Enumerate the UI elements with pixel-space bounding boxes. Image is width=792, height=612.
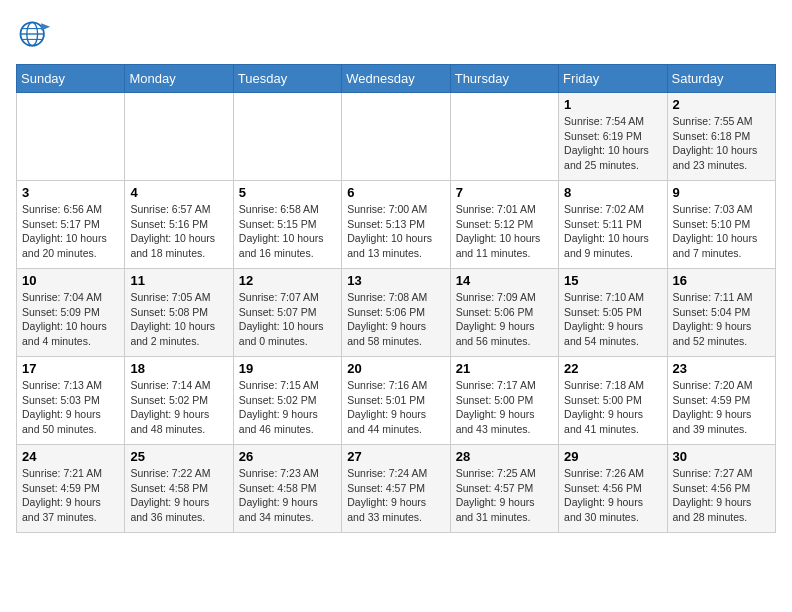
calendar-cell: 6Sunrise: 7:00 AM Sunset: 5:13 PM Daylig… xyxy=(342,181,450,269)
day-number: 3 xyxy=(22,185,119,200)
day-info: Sunrise: 6:58 AM Sunset: 5:15 PM Dayligh… xyxy=(239,202,336,261)
calendar-cell: 5Sunrise: 6:58 AM Sunset: 5:15 PM Daylig… xyxy=(233,181,341,269)
day-info: Sunrise: 7:55 AM Sunset: 6:18 PM Dayligh… xyxy=(673,114,770,173)
calendar-cell: 7Sunrise: 7:01 AM Sunset: 5:12 PM Daylig… xyxy=(450,181,558,269)
day-info: Sunrise: 7:16 AM Sunset: 5:01 PM Dayligh… xyxy=(347,378,444,437)
header-day: Tuesday xyxy=(233,65,341,93)
header-day: Friday xyxy=(559,65,667,93)
day-number: 13 xyxy=(347,273,444,288)
day-info: Sunrise: 7:27 AM Sunset: 4:56 PM Dayligh… xyxy=(673,466,770,525)
calendar-cell: 19Sunrise: 7:15 AM Sunset: 5:02 PM Dayli… xyxy=(233,357,341,445)
day-info: Sunrise: 7:09 AM Sunset: 5:06 PM Dayligh… xyxy=(456,290,553,349)
calendar-body: 1Sunrise: 7:54 AM Sunset: 6:19 PM Daylig… xyxy=(17,93,776,533)
day-number: 18 xyxy=(130,361,227,376)
day-number: 22 xyxy=(564,361,661,376)
day-info: Sunrise: 7:13 AM Sunset: 5:03 PM Dayligh… xyxy=(22,378,119,437)
calendar-week-row: 3Sunrise: 6:56 AM Sunset: 5:17 PM Daylig… xyxy=(17,181,776,269)
day-number: 28 xyxy=(456,449,553,464)
day-info: Sunrise: 7:26 AM Sunset: 4:56 PM Dayligh… xyxy=(564,466,661,525)
calendar-cell: 26Sunrise: 7:23 AM Sunset: 4:58 PM Dayli… xyxy=(233,445,341,533)
day-number: 11 xyxy=(130,273,227,288)
calendar-cell: 10Sunrise: 7:04 AM Sunset: 5:09 PM Dayli… xyxy=(17,269,125,357)
day-info: Sunrise: 7:10 AM Sunset: 5:05 PM Dayligh… xyxy=(564,290,661,349)
calendar-cell xyxy=(233,93,341,181)
day-number: 10 xyxy=(22,273,119,288)
calendar-week-row: 17Sunrise: 7:13 AM Sunset: 5:03 PM Dayli… xyxy=(17,357,776,445)
calendar-cell: 27Sunrise: 7:24 AM Sunset: 4:57 PM Dayli… xyxy=(342,445,450,533)
day-number: 9 xyxy=(673,185,770,200)
calendar-cell: 30Sunrise: 7:27 AM Sunset: 4:56 PM Dayli… xyxy=(667,445,775,533)
day-number: 8 xyxy=(564,185,661,200)
day-info: Sunrise: 7:54 AM Sunset: 6:19 PM Dayligh… xyxy=(564,114,661,173)
header-day: Monday xyxy=(125,65,233,93)
calendar-cell: 11Sunrise: 7:05 AM Sunset: 5:08 PM Dayli… xyxy=(125,269,233,357)
day-info: Sunrise: 7:00 AM Sunset: 5:13 PM Dayligh… xyxy=(347,202,444,261)
day-info: Sunrise: 7:18 AM Sunset: 5:00 PM Dayligh… xyxy=(564,378,661,437)
header-row: SundayMondayTuesdayWednesdayThursdayFrid… xyxy=(17,65,776,93)
day-number: 21 xyxy=(456,361,553,376)
day-number: 1 xyxy=(564,97,661,112)
calendar-cell xyxy=(450,93,558,181)
logo-icon xyxy=(16,16,52,52)
calendar-cell xyxy=(125,93,233,181)
day-info: Sunrise: 7:20 AM Sunset: 4:59 PM Dayligh… xyxy=(673,378,770,437)
day-info: Sunrise: 7:23 AM Sunset: 4:58 PM Dayligh… xyxy=(239,466,336,525)
day-info: Sunrise: 7:21 AM Sunset: 4:59 PM Dayligh… xyxy=(22,466,119,525)
day-info: Sunrise: 7:11 AM Sunset: 5:04 PM Dayligh… xyxy=(673,290,770,349)
day-number: 15 xyxy=(564,273,661,288)
day-number: 20 xyxy=(347,361,444,376)
calendar-cell: 8Sunrise: 7:02 AM Sunset: 5:11 PM Daylig… xyxy=(559,181,667,269)
day-number: 27 xyxy=(347,449,444,464)
day-number: 2 xyxy=(673,97,770,112)
day-info: Sunrise: 6:56 AM Sunset: 5:17 PM Dayligh… xyxy=(22,202,119,261)
calendar-header: SundayMondayTuesdayWednesdayThursdayFrid… xyxy=(17,65,776,93)
calendar-week-row: 10Sunrise: 7:04 AM Sunset: 5:09 PM Dayli… xyxy=(17,269,776,357)
header-day: Wednesday xyxy=(342,65,450,93)
calendar-week-row: 24Sunrise: 7:21 AM Sunset: 4:59 PM Dayli… xyxy=(17,445,776,533)
day-number: 4 xyxy=(130,185,227,200)
day-info: Sunrise: 7:02 AM Sunset: 5:11 PM Dayligh… xyxy=(564,202,661,261)
header-day: Saturday xyxy=(667,65,775,93)
logo xyxy=(16,16,58,52)
calendar-cell: 25Sunrise: 7:22 AM Sunset: 4:58 PM Dayli… xyxy=(125,445,233,533)
calendar-cell: 22Sunrise: 7:18 AM Sunset: 5:00 PM Dayli… xyxy=(559,357,667,445)
page-header xyxy=(16,16,776,52)
day-number: 17 xyxy=(22,361,119,376)
calendar-cell: 29Sunrise: 7:26 AM Sunset: 4:56 PM Dayli… xyxy=(559,445,667,533)
calendar-table: SundayMondayTuesdayWednesdayThursdayFrid… xyxy=(16,64,776,533)
day-info: Sunrise: 7:17 AM Sunset: 5:00 PM Dayligh… xyxy=(456,378,553,437)
day-info: Sunrise: 7:22 AM Sunset: 4:58 PM Dayligh… xyxy=(130,466,227,525)
day-info: Sunrise: 7:08 AM Sunset: 5:06 PM Dayligh… xyxy=(347,290,444,349)
calendar-cell: 3Sunrise: 6:56 AM Sunset: 5:17 PM Daylig… xyxy=(17,181,125,269)
day-number: 6 xyxy=(347,185,444,200)
day-number: 23 xyxy=(673,361,770,376)
calendar-cell: 24Sunrise: 7:21 AM Sunset: 4:59 PM Dayli… xyxy=(17,445,125,533)
calendar-cell: 16Sunrise: 7:11 AM Sunset: 5:04 PM Dayli… xyxy=(667,269,775,357)
day-number: 14 xyxy=(456,273,553,288)
calendar-cell: 9Sunrise: 7:03 AM Sunset: 5:10 PM Daylig… xyxy=(667,181,775,269)
day-number: 7 xyxy=(456,185,553,200)
calendar-cell: 4Sunrise: 6:57 AM Sunset: 5:16 PM Daylig… xyxy=(125,181,233,269)
calendar-cell: 15Sunrise: 7:10 AM Sunset: 5:05 PM Dayli… xyxy=(559,269,667,357)
day-info: Sunrise: 7:15 AM Sunset: 5:02 PM Dayligh… xyxy=(239,378,336,437)
calendar-week-row: 1Sunrise: 7:54 AM Sunset: 6:19 PM Daylig… xyxy=(17,93,776,181)
calendar-cell: 20Sunrise: 7:16 AM Sunset: 5:01 PM Dayli… xyxy=(342,357,450,445)
day-info: Sunrise: 7:07 AM Sunset: 5:07 PM Dayligh… xyxy=(239,290,336,349)
header-day: Thursday xyxy=(450,65,558,93)
calendar-cell: 23Sunrise: 7:20 AM Sunset: 4:59 PM Dayli… xyxy=(667,357,775,445)
calendar-cell: 18Sunrise: 7:14 AM Sunset: 5:02 PM Dayli… xyxy=(125,357,233,445)
day-number: 25 xyxy=(130,449,227,464)
calendar-cell: 2Sunrise: 7:55 AM Sunset: 6:18 PM Daylig… xyxy=(667,93,775,181)
day-info: Sunrise: 7:24 AM Sunset: 4:57 PM Dayligh… xyxy=(347,466,444,525)
calendar-cell: 21Sunrise: 7:17 AM Sunset: 5:00 PM Dayli… xyxy=(450,357,558,445)
calendar-cell: 1Sunrise: 7:54 AM Sunset: 6:19 PM Daylig… xyxy=(559,93,667,181)
calendar-cell: 14Sunrise: 7:09 AM Sunset: 5:06 PM Dayli… xyxy=(450,269,558,357)
day-info: Sunrise: 7:03 AM Sunset: 5:10 PM Dayligh… xyxy=(673,202,770,261)
day-number: 5 xyxy=(239,185,336,200)
header-day: Sunday xyxy=(17,65,125,93)
day-number: 29 xyxy=(564,449,661,464)
calendar-cell: 17Sunrise: 7:13 AM Sunset: 5:03 PM Dayli… xyxy=(17,357,125,445)
calendar-cell: 13Sunrise: 7:08 AM Sunset: 5:06 PM Dayli… xyxy=(342,269,450,357)
day-number: 30 xyxy=(673,449,770,464)
calendar-cell xyxy=(342,93,450,181)
